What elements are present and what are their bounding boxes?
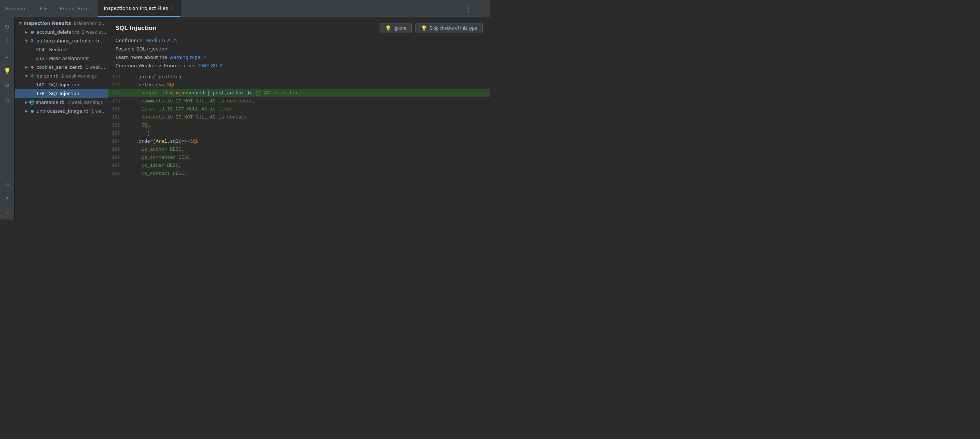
diamond-icon[interactable]: ◇ (1, 177, 14, 190)
code-line-178: 178 people.id = #{unscoped { post.author… (108, 89, 490, 97)
up-icon[interactable]: ↑ (1, 35, 14, 48)
skip-bulb-icon: 💡 (421, 25, 427, 31)
code-line-182: 182 SQL (108, 121, 490, 129)
description-text: Possible SQL injection (116, 46, 167, 51)
authorizations-label: authorizations_controller.rb 1 warnin (37, 38, 107, 43)
unprocessed-icon: ● (29, 108, 35, 114)
mass-assignment-label: 212 - Mass Assignment (35, 56, 89, 61)
tab-problems[interactable]: Problems (0, 0, 34, 17)
person-chevron: ▼ (24, 73, 29, 79)
account-deleter-label: account_deleter.rb 2 weak warnings (37, 29, 107, 35)
tab-inspections-label: Inspections on Project Files (104, 5, 168, 11)
tab-problems-label: Problems (6, 6, 28, 11)
code-line-185: 185 is_author DESC, (108, 145, 490, 154)
shareable-chevron: ▶ (24, 99, 29, 105)
warning-type-link[interactable]: warning type ↗ (169, 54, 206, 60)
cwe-link[interactable]: CWE-89 ↗ (198, 63, 222, 69)
detail-actions: 💡 Ignore 💡 Skip checks of this type (380, 23, 483, 33)
code-line-187: 187 is_liker DESC, (108, 162, 490, 170)
ignore-bulb-icon: 💡 (385, 25, 391, 31)
account-deleter-icon: ● (29, 29, 35, 35)
learn-more-row: Learn more about the warning type ↗ (116, 54, 483, 60)
confidence-row: Confidence: Medium ↗ ⚠ (116, 38, 483, 43)
code-line-179: 179 comments.id IS NOT NULL AS is_commen… (108, 97, 490, 105)
root-chevron: ▼ (18, 20, 24, 26)
tab-menu-button[interactable]: ⋮ (461, 5, 476, 13)
code-line-180: 180 likes.id IS NOT NULL AS is_liker, (108, 105, 490, 113)
confidence-label: Confidence: (116, 38, 144, 43)
unprocessed-label: unprocessed_image.rb 1 weak warni (37, 108, 107, 114)
code-line-181: 181 contacts.id IS NOT NULL AS is_contac… (108, 113, 490, 121)
tab-inspections[interactable]: Inspections on Project Files ✕ (98, 0, 181, 17)
description-row: Possible SQL injection (116, 46, 483, 51)
tab-file[interactable]: File (34, 0, 54, 17)
left-sidebar: ↻ ↑ ↓ 💡 ⚙ ◎ ◇ ✕ ↗ (0, 17, 14, 219)
learn-more-prefix: Learn more about the (116, 54, 167, 60)
tree-item-sql-149[interactable]: 149 - SQL Injection (14, 80, 108, 89)
tab-minimize-button[interactable]: — (476, 5, 490, 11)
code-line-186: 186 is_commenter DESC, (108, 154, 490, 162)
tree-item-person[interactable]: ▼ ⚙ person.rb 2 weak warnings (14, 71, 108, 80)
code-line-177: 177 .select(<<-SQL (108, 81, 490, 89)
tab-project-errors-label: Project Errors (60, 6, 92, 11)
tree-item-shareable[interactable]: ▶ M shareable.rb 3 weak warnings (14, 98, 108, 107)
eye-icon[interactable]: ◎ (1, 93, 14, 107)
authorizations-icon: ⚙ (29, 38, 35, 43)
tree-item-mass-assignment[interactable]: 212 - Mass Assignment (14, 54, 108, 62)
code-line-183: 183 ) (108, 129, 490, 137)
tab-project-errors[interactable]: Project Errors (54, 0, 98, 17)
tree-item-cookies-serializer[interactable]: ▶ ◆ cookies_serializer.rb 1 weak warning (14, 62, 108, 71)
code-line-176: 176 .joins(:profile) (108, 73, 490, 81)
main-content: ↻ ↑ ↓ 💡 ⚙ ◎ ◇ ✕ ↗ ▼ Inspection Results '… (0, 17, 490, 219)
tab-close-icon[interactable]: ✕ (171, 6, 174, 11)
tree-item-sql-178[interactable]: 178 - SQL Injection (14, 89, 108, 98)
ignore-button[interactable]: 💡 Ignore (380, 23, 412, 33)
skip-checks-button[interactable]: 💡 Skip checks of this type (415, 23, 483, 33)
cookies-icon: ◆ (29, 64, 35, 70)
sql-149-label: 149 - SQL Injection (35, 82, 80, 88)
tab-bar: Problems File Project Errors Inspections… (0, 0, 490, 17)
tree-root-label: Inspection Results 'Inspection ResultsBr… (24, 21, 107, 26)
cookies-label: cookies_serializer.rb 1 weak warning (37, 64, 107, 70)
unprocessed-chevron: ▶ (24, 108, 29, 114)
person-icon: ⚙ (29, 73, 35, 79)
tab-file-label: File (40, 6, 48, 11)
close-sidebar-icon[interactable]: ✕ (1, 192, 14, 205)
gear-icon[interactable]: ⚙ (1, 79, 14, 92)
confidence-warning-icon: ⚠ (173, 38, 177, 43)
bulb-icon[interactable]: 💡 (1, 64, 14, 77)
cwe-prefix: Common Weakness Enumeration: (116, 63, 196, 69)
detail-header: SQL Injection 💡 Ignore 💡 Skip checks of … (108, 17, 490, 73)
detail-meta: Confidence: Medium ↗ ⚠ Possible SQL inje… (116, 38, 483, 69)
ignore-btn-label: Ignore (393, 26, 406, 31)
tree-item-account-deleter[interactable]: ▶ ● account_deleter.rb 2 weak warnings (14, 27, 108, 36)
inspection-tree: ▼ Inspection Results 'Inspection Results… (14, 17, 108, 219)
detail-title-row: SQL Injection 💡 Ignore 💡 Skip checks of … (116, 23, 483, 33)
account-deleter-chevron: ▶ (24, 29, 29, 35)
person-label: person.rb 2 weak warnings (37, 73, 97, 79)
confidence-link[interactable]: Medium ↗ (146, 38, 170, 43)
code-line-184: 184 .order(Arel.sql(<<-SQL (108, 137, 490, 145)
authorizations-chevron: ▼ (24, 38, 29, 43)
code-line-188: 188 is_contact DESC, (108, 170, 490, 178)
tree-item-unprocessed-image[interactable]: ▶ ● unprocessed_image.rb 1 weak warni (14, 107, 108, 115)
detail-title: SQL Injection (116, 25, 156, 32)
redirect-label: 204 - Redirect (35, 47, 68, 52)
cwe-row: Common Weakness Enumeration: CWE-89 ↗ (116, 63, 483, 69)
detail-panel: SQL Injection 💡 Ignore 💡 Skip checks of … (108, 17, 490, 219)
tree-item-redirect[interactable]: 204 - Redirect (14, 45, 108, 54)
sql-178-label: 178 - SQL Injection (35, 91, 80, 96)
tree-item-authorizations-controller[interactable]: ▼ ⚙ authorizations_controller.rb 1 warni… (14, 36, 108, 45)
down-icon[interactable]: ↓ (1, 49, 14, 62)
skip-btn-label: Skip checks of this type (429, 26, 477, 31)
cookies-chevron: ▶ (24, 64, 29, 70)
shareable-label: shareable.rb 3 weak warnings (36, 99, 103, 105)
export-icon[interactable]: ↗ (1, 206, 14, 219)
tree-root[interactable]: ▼ Inspection Results 'Inspection Results… (14, 19, 108, 27)
refresh-icon[interactable]: ↻ (1, 20, 14, 33)
code-area[interactable]: 176 .joins(:profile) 177 .select(<<-SQL … (108, 73, 490, 219)
shareable-icon: M (29, 99, 34, 105)
